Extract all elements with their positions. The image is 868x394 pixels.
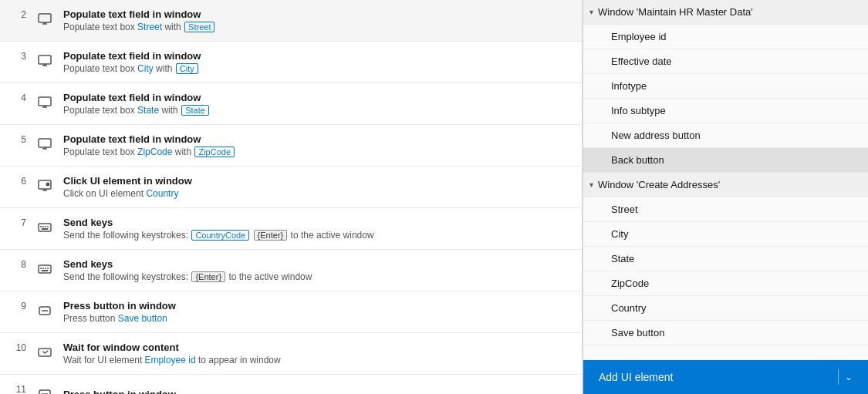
tree-group-header[interactable]: ▾Window 'Create Addresses' [583, 173, 868, 197]
button-divider [838, 369, 839, 385]
click-icon [34, 174, 56, 196]
tree-child-item[interactable]: City [583, 222, 868, 247]
step-variable-tag: CountryCode [191, 230, 249, 241]
add-ui-element-label: Add UI element [599, 371, 674, 383]
svg-point-15 [46, 183, 50, 187]
step-title: Populate text field in window [63, 8, 572, 20]
tree-child-item[interactable]: ZipCode [583, 271, 868, 296]
tree-child-item[interactable]: Back button [583, 148, 868, 173]
step-row[interactable]: 10 Wait for window contentWait for UI el… [0, 333, 582, 375]
step-content: Populate text field in windowPopulate te… [63, 50, 572, 74]
step-row[interactable]: 6 Click UI element in windowClick on UI … [0, 167, 582, 208]
step-title: Press button in window [63, 389, 572, 394]
step-number: 9 [9, 299, 26, 311]
step-number: 3 [9, 49, 26, 62]
step-desc: Populate text box Street with Street [63, 22, 572, 32]
step-number: 7 [9, 216, 26, 228]
press-icon [34, 382, 56, 394]
monitor-icon [34, 8, 56, 29]
tree-child-item[interactable]: Info subtype [583, 99, 868, 123]
step-number: 4 [9, 91, 26, 103]
tree-group-label: Window 'Maintain HR Master Data' [598, 6, 753, 18]
step-content: Press button in windowPress button Save … [63, 300, 572, 324]
tree-group-label: Window 'Create Addresses' [598, 179, 720, 190]
step-content: Wait for window contentWait for UI eleme… [63, 342, 572, 365]
step-link-tag[interactable]: ZipCode [137, 146, 172, 157]
step-desc: Press button Save button [63, 313, 572, 324]
step-number: 11 [9, 382, 26, 394]
svg-rect-3 [39, 56, 51, 64]
workflow-steps-panel: 2 Populate text field in windowPopulate … [0, 0, 583, 394]
tree-child-item[interactable]: Save button [583, 321, 868, 345]
step-variable-tag: State [181, 105, 209, 116]
step-row[interactable]: 7 Send keysSend the following keystrokes… [0, 208, 582, 250]
step-row[interactable]: 8 Send keysSend the following keystrokes… [0, 250, 582, 291]
step-variable-tag: Street [184, 22, 214, 32]
step-content: Send keysSend the following keystrokes: … [63, 258, 572, 282]
step-title: Populate text field in window [63, 133, 572, 145]
step-enter-tag: {Enter} [254, 230, 288, 241]
step-link-tag[interactable]: Save button [118, 313, 167, 324]
step-title: Press button in window [63, 300, 572, 311]
step-row[interactable]: 3 Populate text field in windowPopulate … [0, 42, 582, 83]
add-ui-element-button[interactable]: Add UI element ⌄ [583, 360, 868, 394]
step-title: Wait for window content [63, 342, 572, 353]
step-content: Populate text field in windowPopulate te… [63, 8, 572, 32]
step-number: 6 [9, 174, 26, 187]
step-row[interactable]: 5 Populate text field in windowPopulate … [0, 125, 582, 167]
keyboard-icon [34, 258, 56, 279]
chevron-down-icon: ⌄ [845, 372, 853, 382]
step-row[interactable]: 2 Populate text field in windowPopulate … [0, 0, 582, 42]
step-content: Populate text field in windowPopulate te… [63, 133, 572, 157]
step-variable-tag: ZipCode [194, 146, 235, 157]
step-link-tag[interactable]: City [137, 63, 154, 74]
step-title: Populate text field in window [63, 92, 572, 103]
step-title: Send keys [63, 258, 572, 270]
step-desc: Populate text box State with State [63, 105, 572, 116]
monitor-icon [34, 91, 56, 113]
step-number: 10 [9, 341, 26, 353]
step-desc: Send the following keystrokes: {Enter} t… [63, 271, 572, 282]
step-content: Populate text field in windowPopulate te… [63, 92, 572, 116]
chevron-icon: ▾ [589, 180, 593, 189]
tree-child-item[interactable]: Country [583, 296, 868, 321]
step-desc: Wait for UI element Employee id to appea… [63, 355, 572, 365]
tree-content: ▾Window 'Maintain HR Master Data'Employe… [583, 0, 868, 360]
step-enter-tag: {Enter} [191, 271, 225, 282]
step-title: Click UI element in window [63, 175, 572, 187]
monitor-icon [34, 133, 56, 154]
step-number: 8 [9, 258, 26, 270]
step-content: Press button in window [63, 389, 572, 394]
monitor-icon [34, 49, 56, 71]
step-title: Populate text field in window [63, 50, 572, 62]
wait-icon [34, 341, 56, 362]
tree-group-header[interactable]: ▾Window 'Maintain HR Master Data' [583, 0, 868, 25]
svg-rect-9 [39, 139, 51, 147]
step-desc: Send the following keystrokes: CountryCo… [63, 230, 572, 241]
step-row[interactable]: 11 Press button in window [0, 375, 582, 394]
step-variable-tag: City [176, 63, 198, 74]
step-link-tag[interactable]: Employee id [145, 355, 196, 365]
ui-elements-panel: ▾Window 'Maintain HR Master Data'Employe… [583, 0, 868, 394]
keyboard-icon [34, 216, 56, 237]
tree-child-item[interactable]: State [583, 247, 868, 271]
chevron-icon: ▾ [589, 8, 593, 16]
tree-child-item[interactable]: Infotype [583, 74, 868, 99]
tree-child-item[interactable]: Street [583, 197, 868, 222]
step-number: 5 [9, 133, 26, 145]
step-row[interactable]: 9 Press button in windowPress button Sav… [0, 291, 582, 333]
svg-rect-22 [39, 265, 51, 273]
step-desc: Populate text box ZipCode with ZipCode [63, 146, 572, 157]
step-content: Click UI element in windowClick on UI el… [63, 175, 572, 199]
tree-child-item[interactable]: Effective date [583, 49, 868, 74]
step-link-tag[interactable]: Street [137, 22, 162, 32]
step-row[interactable]: 4 Populate text field in windowPopulate … [0, 83, 582, 125]
step-link-tag[interactable]: Country [146, 188, 178, 199]
tree-child-item[interactable]: Employee id [583, 25, 868, 49]
step-desc: Click on UI element Country [63, 188, 572, 199]
tree-child-item[interactable]: New address button [583, 123, 868, 148]
svg-rect-0 [39, 14, 51, 22]
step-number: 2 [9, 8, 26, 20]
svg-rect-6 [39, 97, 51, 106]
step-link-tag[interactable]: State [137, 105, 159, 116]
